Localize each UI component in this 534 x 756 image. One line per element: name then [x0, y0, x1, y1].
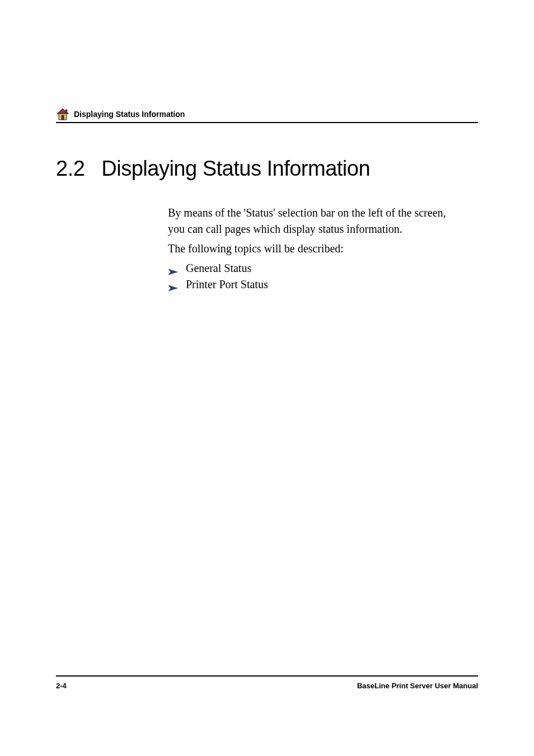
running-header-title: Displaying Status Information: [74, 110, 185, 119]
arrow-right-icon: [168, 265, 178, 272]
footer-rule: [56, 675, 478, 677]
topics-list: General Status Printer Port Status: [168, 259, 461, 291]
page: Displaying Status Information 2.2Display…: [0, 0, 534, 756]
home-icon: [56, 107, 69, 121]
svg-rect-2: [62, 115, 64, 120]
svg-marker-5: [168, 285, 177, 291]
manual-title: BaseLine Print Server User Manual: [357, 682, 478, 690]
header-rule: [56, 122, 478, 123]
section-number: 2.2: [56, 157, 85, 181]
list-item: General Status: [168, 262, 461, 275]
svg-marker-4: [168, 269, 177, 275]
list-item-label: General Status: [186, 262, 251, 275]
paragraph-topics-lead: The following topics will be described:: [168, 241, 461, 257]
paragraph-intro: By means of the 'Status' selection bar o…: [168, 205, 461, 237]
section-heading: 2.2Displaying Status Information: [56, 157, 370, 181]
arrow-right-icon: [168, 281, 178, 288]
list-item-label: Printer Port Status: [186, 278, 268, 291]
section-title: Displaying Status Information: [101, 157, 370, 180]
page-number: 2-4: [56, 682, 67, 690]
list-item: Printer Port Status: [168, 278, 461, 291]
